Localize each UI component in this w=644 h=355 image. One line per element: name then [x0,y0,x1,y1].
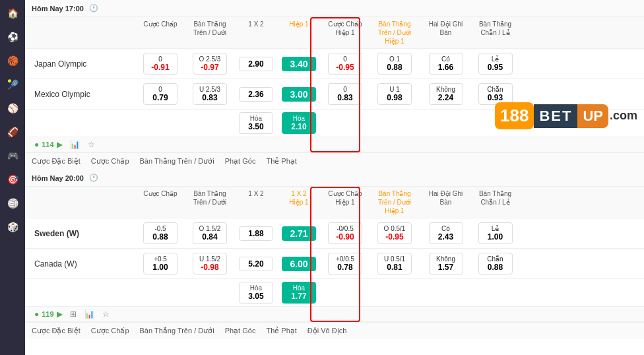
bet-box[interactable]: -0/0.5 -0.90 [328,222,362,244]
tab-ban-thang-1[interactable]: Bàn Thắng Trên / Dưới [140,156,214,167]
sidebar-icon-football[interactable]: 🏈 [5,124,20,140]
sidebar-icon-tennis[interactable]: 🎾 [5,77,20,92]
bet-box[interactable]: Có 2.43 [429,222,463,244]
bet-box[interactable]: -0.5 0.88 [143,222,177,244]
tab-doi-vo-dich[interactable]: Đội Vô Địch [307,325,347,337]
bet-1x2-mexico[interactable]: 2.36 [236,86,276,103]
bet-haidoi-japan[interactable]: Có 1.66 [421,51,470,76]
hoa-box[interactable]: Hòa 3.05 [239,282,273,304]
tab-phat-goc-2[interactable]: Phạt Góc [225,325,256,337]
bet-banthang-mexico[interactable]: U 2.5/3 0.83 [183,82,236,106]
bet-box[interactable]: U 0.5/1 0.81 [377,253,412,274]
hoa-1x2-s1[interactable]: Hòa 3.50 [236,112,276,134]
bet-box[interactable]: 1.88 [239,226,273,241]
tab-phat-goc-1[interactable]: Phạt Góc [225,156,256,167]
bet-chanle-japan[interactable]: Lẻ 0.95 [470,51,520,76]
tab-the-phat-1[interactable]: Thẻ Phạt [266,156,296,167]
bet-box[interactable]: Không 2.24 [429,83,463,105]
bet-chanle-sweden[interactable]: Lẻ 1.00 [470,221,520,245]
tab-cuoc-chap-1[interactable]: Cược Chấp [91,156,129,167]
bet-banthang-hiep1-mexico[interactable]: U 1 0.98 [368,82,421,106]
bet-banthang-hiep1-japan[interactable]: O 1 0.88 [368,51,421,76]
hoa-hiep1-s1[interactable]: Hòa 2.10 [276,112,322,134]
hiep1-box[interactable]: 3.00 [282,87,316,102]
tab-cuoc-dac-biet-2[interactable]: Cược Đặc Biệt [32,325,80,337]
bet-box[interactable]: 0 0.83 [328,83,362,105]
bet-box[interactable]: +0/0.5 0.78 [328,253,362,274]
bet-chanle-canada[interactable]: Chẵn 0.88 [470,251,520,276]
bet-chap-hiep1-japan[interactable]: 0 -0.95 [322,51,368,76]
bet-hiep1-sweden[interactable]: 2.71 [276,225,322,242]
hiep1-box[interactable]: 6.00 [282,257,316,271]
bet-box[interactable]: Có 1.66 [429,53,463,75]
chevron-icon[interactable]: ▶ [57,141,62,149]
tab-cuoc-dac-biet-1[interactable]: Cược Đặc Biệt [32,156,80,167]
bet-chap-mexico[interactable]: 0 0.79 [137,82,183,106]
bet-box[interactable]: +0.5 1.00 [143,253,177,274]
hiep1-box[interactable]: 2.71 [282,226,316,241]
bar-chart-icon[interactable]: 📊 [70,140,80,149]
bet-box[interactable]: O 0.5/1 -0.95 [377,222,412,244]
bet-box[interactable]: 0 -0.91 [143,53,177,75]
hoa-box-green[interactable]: Hòa 1.77 [282,282,316,304]
tab-ban-thang-2[interactable]: Bàn Thắng Trên / Dưới [140,325,214,337]
bet-box[interactable]: Không 1.57 [429,253,463,274]
bet-box[interactable]: Lẻ 1.00 [478,222,513,244]
bet-banthang-japan[interactable]: O 2.5/3 -0.97 [183,51,236,76]
bet-hiep1-canada[interactable]: 6.00 [276,255,322,273]
bet-chap-sweden[interactable]: -0.5 0.88 [137,221,183,245]
bet-chap-canada[interactable]: +0.5 1.00 [137,251,183,276]
bet-box[interactable]: 2.36 [239,87,273,102]
sidebar-icon-baseball[interactable]: ⚾ [5,100,20,116]
bet-box[interactable]: O 2.5/3 -0.97 [193,53,227,75]
bet-box[interactable]: Lẻ 0.95 [478,53,513,75]
bet-box[interactable]: O 1.5/2 0.84 [193,222,227,244]
star-icon-2[interactable]: ☆ [102,309,110,319]
col-hiep1-2: 1 X 2Hiệp 1 [276,189,322,215]
bet-chap-hiep1-canada[interactable]: +0/0.5 0.78 [322,251,368,276]
bet-box[interactable]: U 1.5/2 -0.98 [193,253,227,274]
sidebar-icon-dice[interactable]: 🎲 [5,219,20,235]
bet-1x2-japan[interactable]: 2.90 [236,55,276,73]
bet-haidoi-canada[interactable]: Không 1.57 [421,251,470,276]
sidebar-icon-game[interactable]: 🎮 [5,148,20,164]
bet-hiep1-mexico[interactable]: 3.00 [276,86,322,103]
hiep1-box[interactable]: 3.40 [282,57,316,71]
sidebar-icon-soccer[interactable]: ⚽ [5,29,20,45]
bet-banthang-hiep1-canada[interactable]: U 0.5/1 0.81 [368,251,421,276]
bet-box[interactable]: 0 0.79 [143,83,177,105]
bet-banthang-canada[interactable]: U 1.5/2 -0.98 [183,251,236,276]
haidoi-bot: 1.66 [434,63,459,72]
hoa-box[interactable]: Hòa 3.50 [239,112,273,134]
table-icon[interactable]: ⊞ [70,309,77,319]
sidebar-icon-home[interactable]: 🏠 [5,5,20,21]
sidebar-icon-volleyball[interactable]: 🏐 [5,195,20,211]
bet-box[interactable]: 0 -0.95 [328,53,362,75]
sidebar-icon-dart[interactable]: 🎯 [5,172,20,187]
bar-chart-icon-2[interactable]: 📊 [84,309,94,319]
hoa-box-green[interactable]: Hòa 2.10 [282,112,316,134]
tab-cuoc-chap-2[interactable]: Cược Chấp [91,325,129,337]
bet-box[interactable]: U 2.5/3 0.83 [193,83,227,105]
bet-chap-japan[interactable]: 0 -0.91 [137,51,183,76]
sidebar-icon-basketball[interactable]: 🏀 [5,53,20,69]
hoa-hiep1-s2[interactable]: Hòa 1.77 [276,282,322,304]
bet-box[interactable]: Chẵn 0.88 [478,253,513,274]
bet-haidoi-mexico[interactable]: Không 2.24 [421,82,470,106]
hoa-1x2-s2[interactable]: Hòa 3.05 [236,282,276,304]
bet-banthang-sweden[interactable]: O 1.5/2 0.84 [183,221,236,245]
tab-the-phat-2[interactable]: Thẻ Phạt [266,325,296,337]
chevron-icon-2[interactable]: ▶ [57,310,62,319]
bet-chap-hiep1-sweden[interactable]: -0/0.5 -0.90 [322,221,368,245]
star-icon[interactable]: ☆ [88,140,95,149]
bet-1x2-sweden[interactable]: 1.88 [236,225,276,242]
bet-box[interactable]: 5.20 [239,257,273,271]
bet-hiep1-japan[interactable]: 3.40 [276,55,322,73]
bet-box[interactable]: U 1 0.98 [377,83,412,105]
bet-banthang-hiep1-sweden[interactable]: O 0.5/1 -0.95 [368,221,421,245]
bet-haidoi-sweden[interactable]: Có 2.43 [421,221,470,245]
bet-1x2-canada[interactable]: 5.20 [236,255,276,273]
bet-box[interactable]: O 1 0.88 [377,53,412,75]
bet-chap-hiep1-mexico[interactable]: 0 0.83 [322,82,368,106]
bet-box[interactable]: 2.90 [239,57,273,71]
